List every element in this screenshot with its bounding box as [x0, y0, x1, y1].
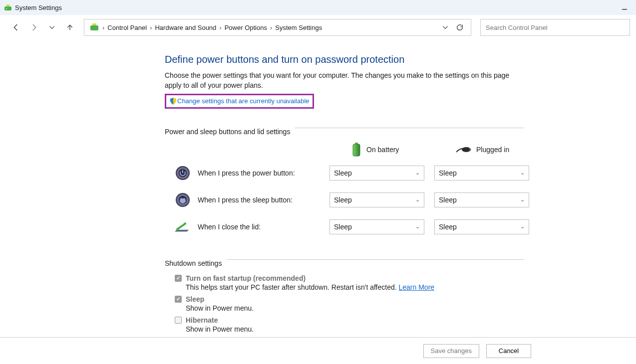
save-button[interactable]: Save changes — [423, 344, 479, 358]
column-header-label: On battery — [366, 146, 399, 154]
power-row: When I press the sleep button: Sleep⌄ Sl… — [165, 186, 524, 213]
svg-rect-1 — [6, 4, 9, 6]
svg-rect-7 — [353, 144, 360, 156]
shutdown-settings: Turn on fast startup (recommended) This … — [165, 274, 524, 333]
change-settings-highlight: Change settings that are currently unava… — [165, 94, 314, 109]
chevron-down-icon: ⌄ — [520, 196, 525, 203]
checkbox-description: Show in Power menu. — [175, 325, 524, 333]
power-button-icon — [175, 165, 191, 181]
close-lid-plugged-select[interactable]: Sleep⌄ — [434, 219, 529, 234]
control-panel-icon — [89, 22, 99, 32]
window-titlebar: System Settings — [0, 0, 636, 15]
chevron-right-icon: › — [149, 24, 153, 31]
breadcrumb-item[interactable]: Power Options — [223, 24, 269, 31]
shutdown-item: Turn on fast startup (recommended) This … — [175, 274, 524, 291]
forward-button[interactable] — [27, 20, 41, 34]
checkbox-label: Hibernate — [186, 316, 218, 324]
checkbox-label: Turn on fast startup (recommended) — [186, 274, 306, 282]
back-button[interactable] — [9, 20, 23, 34]
divider — [295, 128, 524, 128]
select-value: Sleep — [334, 196, 352, 204]
minimize-button[interactable] — [617, 3, 632, 12]
refresh-icon[interactable] — [456, 23, 464, 31]
close-lid-battery-select[interactable]: Sleep⌄ — [329, 219, 424, 234]
history-dropdown[interactable] — [45, 20, 59, 34]
page-title: Define power buttons and turn on passwor… — [165, 54, 524, 65]
battery-icon — [351, 143, 361, 157]
learn-more-link[interactable]: Learn More — [399, 283, 435, 291]
group-label-shutdown: Shutdown settings — [165, 259, 222, 267]
shield-icon — [169, 97, 177, 105]
plug-icon — [456, 145, 471, 154]
chevron-down-icon: ⌄ — [520, 170, 525, 176]
app-icon — [4, 3, 12, 11]
column-header-plugged: Plugged in — [434, 145, 534, 154]
chevron-down-icon: ⌄ — [415, 223, 420, 230]
svg-rect-9 — [469, 148, 471, 149]
group-label-power: Power and sleep buttons and lid settings — [165, 128, 290, 136]
footer: Save changes Cancel — [0, 337, 636, 364]
chevron-down-icon: ⌄ — [520, 223, 525, 230]
chevron-right-icon: › — [218, 24, 222, 31]
column-header-label: Plugged in — [476, 146, 509, 154]
checkbox-label: Sleep — [186, 295, 204, 303]
shutdown-item: Hibernate Show in Power menu. — [175, 316, 524, 333]
chevron-right-icon: › — [269, 24, 273, 31]
shutdown-item: Sleep Show in Power menu. — [175, 295, 524, 312]
search-input[interactable] — [486, 24, 625, 31]
select-value: Sleep — [439, 223, 457, 231]
svg-rect-10 — [469, 150, 471, 151]
svg-rect-0 — [4, 6, 11, 10]
select-value: Sleep — [439, 196, 457, 204]
row-label: When I close the lid: — [198, 223, 261, 231]
main-content: Define power buttons and turn on passwor… — [165, 40, 524, 333]
chevron-down-icon: ⌄ — [415, 170, 420, 176]
toolbar: › Control Panel › Hardware and Sound › P… — [0, 15, 636, 40]
address-bar[interactable]: › Control Panel › Hardware and Sound › P… — [84, 19, 471, 36]
svg-rect-3 — [622, 9, 627, 10]
sleep-button-battery-select[interactable]: Sleep⌄ — [329, 192, 424, 207]
fast-startup-checkbox[interactable] — [175, 275, 182, 282]
chevron-down-icon: ⌄ — [415, 196, 420, 203]
row-label: When I press the sleep button: — [198, 196, 293, 204]
chevron-down-icon[interactable] — [442, 24, 449, 31]
power-button-plugged-select[interactable]: Sleep⌄ — [434, 166, 529, 181]
search-box[interactable] — [480, 19, 630, 36]
page-description: Choose the power settings that you want … — [165, 70, 514, 91]
svg-point-8 — [462, 147, 471, 152]
checkbox-description: This helps start your PC faster after sh… — [186, 283, 399, 291]
row-label: When I press the power button: — [198, 169, 295, 177]
chevron-right-icon: › — [101, 24, 105, 31]
svg-point-2 — [6, 8, 7, 9]
sleep-checkbox[interactable] — [175, 296, 182, 303]
breadcrumb-item[interactable]: System Settings — [273, 24, 324, 31]
breadcrumb-item[interactable]: Hardware and Sound — [153, 24, 218, 31]
power-button-battery-select[interactable]: Sleep⌄ — [329, 166, 424, 181]
change-settings-link[interactable]: Change settings that are currently unava… — [177, 97, 310, 105]
power-row: When I close the lid: Sleep⌄ Sleep⌄ — [165, 213, 524, 240]
hibernate-checkbox[interactable] — [175, 317, 182, 324]
select-value: Sleep — [439, 169, 457, 177]
power-grid: On battery Plugged in — [165, 143, 524, 240]
power-row: When I press the power button: Sleep⌄ Sl… — [165, 160, 524, 186]
divider — [227, 259, 524, 260]
sleep-button-icon — [175, 192, 191, 208]
breadcrumb-item[interactable]: Control Panel — [105, 24, 149, 31]
sleep-button-plugged-select[interactable]: Sleep⌄ — [434, 192, 529, 207]
checkbox-description: Show in Power menu. — [175, 304, 524, 312]
window-title: System Settings — [15, 4, 62, 11]
svg-rect-5 — [92, 23, 96, 25]
up-button[interactable] — [63, 20, 77, 34]
svg-rect-4 — [90, 25, 98, 30]
select-value: Sleep — [334, 223, 352, 231]
select-value: Sleep — [334, 169, 352, 177]
close-lid-icon — [175, 219, 191, 235]
cancel-button[interactable]: Cancel — [486, 344, 531, 358]
column-header-battery: On battery — [329, 143, 429, 157]
